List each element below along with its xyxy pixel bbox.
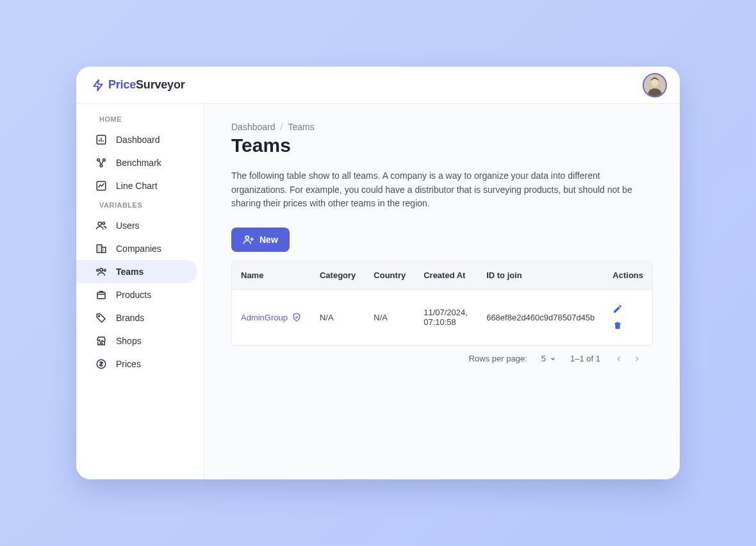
pagination-range: 1–1 of 1 — [570, 354, 600, 363]
sidebar-item-label: Benchmark — [116, 158, 161, 168]
col-actions: Actions — [604, 261, 652, 290]
breadcrumb-separator: / — [281, 122, 283, 132]
svg-rect-14 — [97, 292, 105, 299]
avatar[interactable] — [643, 73, 667, 97]
page-description: The following table show to all teams. A… — [231, 169, 653, 211]
col-country: Country — [365, 261, 415, 290]
sidebar-item-label: Teams — [116, 267, 144, 277]
companies-icon — [95, 243, 107, 254]
sidebar-item-label: Users — [116, 220, 140, 231]
new-button[interactable]: New — [231, 228, 290, 252]
sidebar-item-label: Companies — [116, 244, 161, 254]
sidebar: HOME Dashboard Benchmark Line Chart VARI… — [76, 104, 204, 479]
linechart-icon — [95, 180, 107, 192]
teams-table: Name Category Country Created At ID to j… — [231, 261, 653, 346]
sidebar-item-companies[interactable]: Companies — [76, 237, 204, 260]
sidebar-item-label: Prices — [116, 359, 141, 369]
sidebar-item-label: Shops — [116, 336, 142, 346]
avatar-image — [644, 73, 666, 97]
svg-rect-10 — [102, 247, 106, 252]
person-add-icon — [243, 234, 254, 245]
prices-icon — [95, 358, 107, 370]
chevron-down-icon — [550, 356, 556, 362]
pagination: Rows per page: 5 1–1 of 1 — [231, 346, 653, 363]
rows-per-page-select[interactable]: 5 — [541, 354, 556, 363]
svg-point-8 — [103, 222, 105, 224]
new-button-label: New — [259, 235, 278, 245]
sidebar-item-teams[interactable]: Teams — [76, 260, 197, 283]
delete-icon[interactable] — [612, 320, 623, 331]
teams-icon — [95, 266, 107, 277]
cell-category: N/A — [311, 290, 365, 345]
col-created-at: Created At — [415, 261, 477, 290]
col-id-to-join: ID to join — [477, 261, 604, 290]
sidebar-item-dashboard[interactable]: Dashboard — [76, 128, 204, 151]
brands-icon — [95, 312, 107, 324]
breadcrumb: Dashboard / Teams — [231, 122, 653, 132]
breadcrumb-current: Teams — [288, 122, 314, 132]
svg-point-12 — [97, 269, 99, 271]
table-header-row: Name Category Country Created At ID to j… — [232, 261, 652, 290]
edit-icon[interactable] — [612, 304, 623, 314]
main-content: Dashboard / Teams Teams The following ta… — [204, 104, 680, 479]
sidebar-item-prices[interactable]: Prices — [76, 352, 204, 376]
row-actions — [612, 304, 643, 331]
cell-created-at: 11/07/2024, 07:10:58 — [415, 290, 477, 345]
bolt-icon — [92, 79, 104, 92]
rows-per-page-value: 5 — [541, 354, 546, 363]
page-next-icon[interactable] — [632, 354, 641, 363]
rows-per-page-label: Rows per page: — [469, 354, 527, 363]
shield-check-icon — [292, 312, 302, 322]
body: HOME Dashboard Benchmark Line Chart VARI… — [76, 104, 680, 479]
cell-country: N/A — [365, 290, 415, 345]
col-category: Category — [311, 261, 365, 290]
svg-point-15 — [99, 315, 100, 317]
svg-point-5 — [100, 165, 103, 167]
svg-point-13 — [104, 269, 106, 271]
sidebar-item-label: Brands — [116, 313, 144, 323]
logo-text: PriceSurveyor — [108, 78, 185, 92]
page-prev-icon[interactable] — [614, 354, 623, 363]
svg-point-1 — [651, 78, 659, 86]
users-icon — [95, 220, 107, 231]
section-home-label: HOME — [76, 115, 204, 128]
products-icon — [95, 289, 107, 301]
team-name-link[interactable]: AdminGroup — [241, 312, 302, 322]
sidebar-item-label: Dashboard — [116, 135, 160, 145]
sidebar-item-benchmark[interactable]: Benchmark — [76, 151, 204, 174]
section-variables-label: VARIABLES — [76, 201, 204, 214]
sidebar-item-label: Line Chart — [116, 181, 158, 191]
team-name-text: AdminGroup — [241, 313, 288, 322]
sidebar-item-users[interactable]: Users — [76, 214, 204, 237]
breadcrumb-root[interactable]: Dashboard — [231, 122, 275, 132]
svg-point-11 — [100, 269, 103, 272]
benchmark-icon — [95, 157, 107, 169]
page-title: Teams — [231, 135, 653, 156]
sidebar-item-brands[interactable]: Brands — [76, 306, 204, 329]
shops-icon — [95, 335, 107, 347]
sidebar-item-products[interactable]: Products — [76, 283, 204, 306]
sidebar-item-label: Products — [116, 290, 151, 300]
table-row: AdminGroup N/A N/A 11/07/2024, 07:10:58 … — [232, 290, 652, 345]
logo[interactable]: PriceSurveyor — [92, 78, 185, 92]
sidebar-item-shops[interactable]: Shops — [76, 329, 204, 352]
topbar: PriceSurveyor — [76, 67, 680, 104]
cell-id-to-join: 668ef8e2d460c9d78507d45b — [477, 290, 604, 345]
app-window: PriceSurveyor HOME Dashboard Benchmark — [76, 67, 680, 479]
dashboard-icon — [95, 134, 107, 145]
svg-rect-9 — [97, 245, 102, 252]
svg-point-7 — [98, 222, 101, 225]
col-name: Name — [232, 261, 311, 290]
sidebar-item-linechart[interactable]: Line Chart — [76, 174, 204, 197]
svg-point-17 — [245, 236, 249, 239]
